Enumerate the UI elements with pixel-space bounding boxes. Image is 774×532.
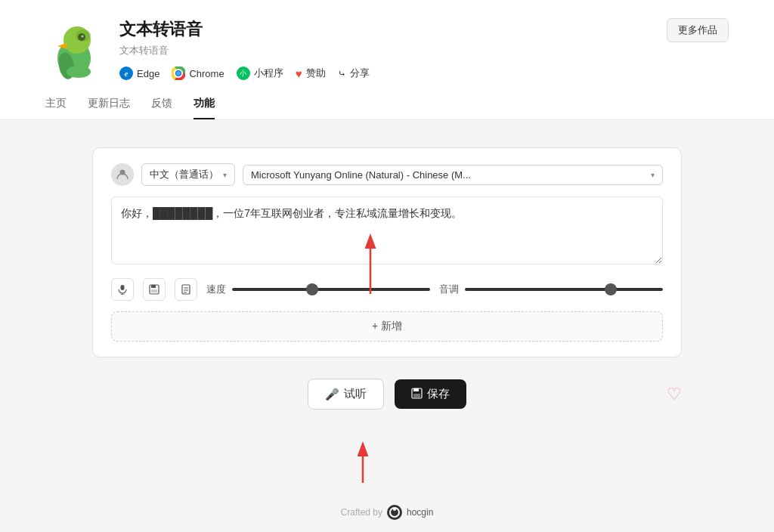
more-works-button[interactable]: 更多作品	[667, 18, 729, 42]
brand-name: hocgin	[407, 507, 433, 518]
mic-button[interactable]	[111, 278, 134, 301]
svg-point-6	[67, 66, 91, 78]
voice-selector-row: 中文（普通话） ▾ Microsoft Yunyang Online (Natu…	[111, 163, 663, 186]
edge-label: Edge	[137, 68, 159, 79]
edge-icon: e	[119, 66, 133, 80]
mic-trial-icon: 🎤	[325, 388, 339, 401]
save-file-button[interactable]	[143, 278, 166, 301]
svg-rect-19	[151, 285, 156, 288]
voice-select[interactable]: Microsoft Yunyang Online (Natural) - Chi…	[243, 165, 663, 185]
tts-card: 中文（普通话） ▾ Microsoft Yunyang Online (Natu…	[92, 147, 682, 357]
speed-group: 速度	[206, 283, 430, 296]
svg-point-13	[176, 71, 181, 76]
badge-share[interactable]: ⤷ 分享	[338, 66, 370, 80]
svg-rect-27	[413, 394, 420, 397]
trial-button[interactable]: 🎤 试听	[308, 379, 384, 410]
add-button[interactable]: + 新增	[111, 311, 663, 342]
mini-icon: 小	[237, 66, 250, 80]
share-icon: ⤷	[338, 68, 346, 79]
tab-home[interactable]: 主页	[45, 89, 67, 119]
controls-row: 速度 音调	[111, 278, 663, 301]
svg-point-7	[76, 29, 91, 42]
trial-label: 试听	[344, 387, 367, 401]
share-label: 分享	[350, 66, 370, 80]
main-content: 中文（普通话） ▾ Microsoft Yunyang Online (Natu…	[0, 120, 774, 493]
tab-features[interactable]: 功能	[194, 89, 215, 119]
save-icon	[411, 388, 423, 401]
pitch-group: 音调	[439, 283, 663, 296]
user-icon	[111, 163, 134, 186]
save-button[interactable]: 保存	[395, 379, 466, 409]
doc-button[interactable]	[175, 278, 197, 301]
app-subtitle: 文本转语音	[119, 44, 370, 57]
action-row: 🎤 试听 保存 ♡	[92, 379, 682, 410]
app-info-row: 文本转语音 文本转语音 e Edge	[45, 18, 729, 80]
app-title: 文本转语音	[119, 18, 370, 41]
badge-edge[interactable]: e Edge	[119, 66, 159, 80]
speed-slider[interactable]	[232, 288, 430, 291]
chrome-icon	[172, 66, 185, 80]
mini-label: 小程序	[254, 66, 283, 80]
speed-label: 速度	[206, 283, 226, 296]
voice-chevron: ▾	[651, 171, 655, 179]
text-area-wrapper: 你好，████████，一位7年互联网创业者，专注私域流量增长和变现。	[111, 196, 663, 268]
svg-rect-15	[121, 285, 125, 290]
pitch-label: 音调	[439, 283, 459, 296]
like-label: 赞助	[306, 66, 326, 80]
chrome-label: Chrome	[189, 68, 224, 79]
badge-chrome[interactable]: Chrome	[172, 66, 224, 80]
language-value: 中文（普通话）	[150, 168, 218, 181]
app-badges: e Edge	[119, 66, 370, 80]
tab-changelog[interactable]: 更新日志	[88, 89, 130, 119]
app-text-info: 文本转语音 文本转语音 e Edge	[119, 18, 370, 80]
footer: Crafted by hocgin	[0, 493, 774, 532]
svg-rect-20	[151, 289, 157, 292]
voice-value: Microsoft Yunyang Online (Natural) - Chi…	[251, 169, 471, 181]
nav-tabs: 主页 更新日志 反馈 功能	[45, 89, 729, 119]
tab-feedback[interactable]: 反馈	[151, 89, 172, 119]
header: 文本转语音 文本转语音 e Edge	[0, 0, 774, 120]
badge-like[interactable]: ♥ 赞助	[296, 66, 326, 80]
badge-mini[interactable]: 小 小程序	[237, 66, 283, 80]
save-label: 保存	[427, 387, 450, 401]
heart-button[interactable]: ♡	[667, 385, 682, 404]
pitch-slider[interactable]	[465, 288, 663, 291]
text-input[interactable]: 你好，████████，一位7年互联网创业者，专注私域流量增长和变现。	[111, 196, 663, 264]
svg-point-33	[393, 508, 396, 511]
hocgin-logo	[387, 505, 402, 520]
app-info-left: 文本转语音 文本转语音 e Edge	[45, 18, 370, 80]
app-logo	[45, 19, 106, 79]
heart-icon: ♥	[296, 67, 302, 80]
language-chevron: ▾	[223, 171, 227, 179]
svg-rect-26	[413, 388, 419, 391]
language-select[interactable]: 中文（普通话） ▾	[141, 163, 235, 186]
crafted-by-text: Crafted by	[341, 507, 382, 518]
